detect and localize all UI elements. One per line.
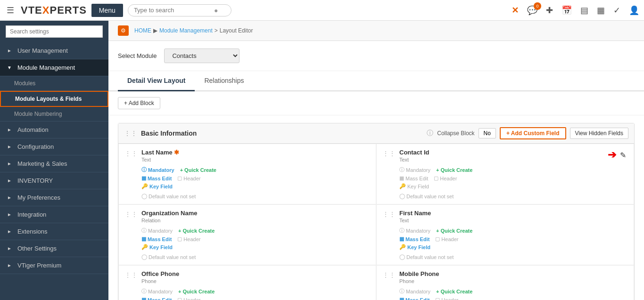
chat-icon[interactable]: 💬 0 (527, 5, 537, 16)
mass-edit-icon: ▦ (399, 297, 404, 300)
field-drag-handle[interactable]: ⋮⋮ (382, 270, 396, 279)
field-name-label: Office Phone (141, 270, 370, 277)
block-drag-handle[interactable]: ⋮⋮ (124, 130, 137, 137)
field-info-first-name: First Name Text ⓘ Mandatory + Quick Crea… (399, 210, 628, 260)
field-default-value: ◯ Default value not set (399, 254, 628, 260)
mass-edit-option[interactable]: ▦ Mass Edit (141, 175, 172, 181)
quick-create-option[interactable]: + Quick Create (178, 289, 215, 294)
field-option-row3: 🔑 Key Field (399, 244, 628, 250)
basic-info-block: ⋮⋮ Basic Information ⓘ Collapse Block No… (118, 123, 635, 300)
field-drag-handle[interactable]: ⋮⋮ (382, 210, 396, 218)
breadcrumb-module-management[interactable]: Module Management (159, 27, 213, 34)
block-header: ⋮⋮ Basic Information ⓘ Collapse Block No… (118, 123, 634, 144)
quick-create-option[interactable]: + Quick Create (180, 167, 216, 173)
key-field-option[interactable]: 🔑 Key Field (141, 244, 173, 250)
header-option[interactable]: ▢ Header (435, 297, 458, 300)
sidebar-item-module-management[interactable]: ▼ Module Management (0, 59, 108, 76)
sidebar-item-my-preferences[interactable]: ► My Preferences (0, 189, 108, 206)
mandatory-option[interactable]: ⓘ Mandatory (141, 288, 173, 295)
sidebar-item-other-settings[interactable]: ► Other Settings (0, 240, 108, 257)
edit-field-button[interactable]: ✎ (618, 150, 628, 161)
arrow-right-icon: ► (7, 127, 12, 132)
header-icon: ▢ (177, 297, 182, 300)
mass-edit-option[interactable]: ▦ Mass Edit (399, 175, 428, 181)
info-circle-icon: ⓘ (399, 166, 405, 173)
hamburger-button[interactable]: ☰ (5, 3, 16, 17)
mass-edit-option[interactable]: ▦ Mass Edit (399, 297, 429, 300)
header-option[interactable]: ▢ Header (434, 175, 457, 181)
quick-create-option[interactable]: + Quick Create (436, 167, 472, 173)
quick-create-option[interactable]: + Quick Create (436, 228, 472, 234)
tab-relationships[interactable]: Relationships (195, 71, 253, 91)
sidebar-search-input[interactable] (6, 25, 103, 38)
mandatory-option[interactable]: ⓘ Mandatory (141, 227, 173, 234)
calendar-icon[interactable]: 📅 (561, 5, 572, 16)
header-option[interactable]: ▢ Header (435, 236, 458, 242)
sidebar-item-marketing-sales[interactable]: ► Marketing & Sales (0, 155, 108, 172)
sidebar-item-integration[interactable]: ► Integration (0, 206, 108, 223)
key-field-option[interactable]: 🔑 Key Field (399, 244, 430, 250)
add-icon[interactable]: ✚ (546, 5, 553, 16)
field-drag-handle[interactable]: ⋮⋮ (124, 270, 138, 279)
tab-detail-view-layout[interactable]: Detail View Layout (118, 71, 195, 91)
mass-edit-icon: ▦ (141, 236, 146, 242)
field-cell-last-name: ⋮⋮ Last Name ✱ Text ⓘ Mandatory (118, 144, 376, 204)
mass-edit-icon: ▦ (141, 175, 146, 181)
field-option-row1: ⓘ Mandatory + Quick Create (141, 288, 370, 295)
sidebar-item-configuration[interactable]: ► Configuration (0, 138, 108, 155)
header-icon: ▢ (177, 236, 182, 242)
breadcrumb-home[interactable]: HOME (134, 27, 151, 34)
collapse-toggle-button[interactable]: No (479, 128, 496, 138)
line-chart-icon[interactable]: ▦ (597, 5, 605, 16)
add-block-button[interactable]: + Add Block (118, 97, 160, 109)
tabs-container: Detail View Layout Relationships (108, 71, 644, 91)
field-options: ⓘ Mandatory + Quick Create ▦ M (399, 166, 604, 199)
mass-edit-option[interactable]: ▦ Mass Edit (141, 297, 172, 300)
sidebar-item-automation[interactable]: ► Automation (0, 122, 108, 138)
sidebar-item-vtiger-premium[interactable]: ► VTiger Premium (0, 257, 108, 274)
info-circle-icon: ⓘ (399, 288, 405, 295)
sidebar-item-extensions[interactable]: ► Extensions (0, 223, 108, 240)
field-default-value: ◯ Default value not set (141, 193, 370, 199)
sidebar-subitem-modules[interactable]: Modules (0, 76, 108, 91)
field-drag-handle[interactable]: ⋮⋮ (124, 149, 138, 157)
header-option[interactable]: ▢ Header (177, 297, 200, 300)
chat-badge: 0 (534, 2, 541, 10)
module-select-row: Select Module Contacts (108, 41, 644, 71)
field-drag-handle[interactable]: ⋮⋮ (124, 210, 138, 218)
sidebar-subitem-module-layouts[interactable]: Module Layouts & Fields (0, 91, 108, 107)
mandatory-option[interactable]: ⓘ Mandatory (399, 227, 430, 234)
quick-create-option[interactable]: + Quick Create (436, 289, 472, 294)
quick-create-option[interactable]: + Quick Create (178, 228, 215, 234)
default-icon: ◯ (399, 254, 405, 260)
field-options: ⓘ Mandatory + Quick Create ▦ M (141, 227, 370, 260)
field-info-org-name: Organization Name Relation ⓘ Mandatory +… (141, 210, 370, 260)
mass-edit-option[interactable]: ▦ Mass Edit (399, 236, 429, 242)
mandatory-option[interactable]: ⓘ Mandatory (141, 166, 174, 173)
mandatory-option[interactable]: ⓘ Mandatory (399, 166, 430, 173)
select-module-dropdown[interactable]: Contacts (164, 49, 239, 63)
key-field-option[interactable]: 🔑 Key Field (141, 183, 173, 189)
header-option[interactable]: ▢ Header (177, 236, 200, 242)
fields-grid: ⋮⋮ Last Name ✱ Text ⓘ Mandatory (118, 144, 634, 300)
header-option[interactable]: ▢ Header (177, 175, 200, 181)
view-hidden-fields-button[interactable]: View Hidden Fields (570, 128, 629, 139)
sidebar-item-user-management[interactable]: ► User Management (0, 42, 108, 59)
sidebar-item-label: Configuration (17, 143, 54, 150)
sidebar-subitem-module-numbering[interactable]: Module Numbering (0, 107, 108, 122)
bar-chart-icon[interactable]: ▤ (580, 5, 588, 16)
search-input[interactable] (134, 7, 214, 14)
top-nav-right: ✕ 💬 0 ✚ 📅 ▤ ▦ ✓ 👤 (512, 5, 639, 16)
checkmark-icon[interactable]: ✓ (613, 5, 620, 16)
main-layout: ► User Management ▼ Module Management Mo… (0, 21, 644, 300)
mandatory-option[interactable]: ⓘ Mandatory (399, 288, 430, 295)
add-custom-field-button[interactable]: + Add Custom Field (500, 127, 566, 139)
sidebar-item-inventory[interactable]: ► INVENTORY (0, 172, 108, 189)
settings-gear-icon[interactable]: ⚙ (118, 25, 129, 36)
mass-edit-option[interactable]: ▦ Mass Edit (141, 236, 172, 242)
user-icon[interactable]: 👤 (629, 5, 639, 16)
vtiger-icon[interactable]: ✕ (512, 5, 519, 16)
field-drag-handle[interactable]: ⋮⋮ (382, 149, 396, 157)
menu-button[interactable]: Menu (91, 4, 123, 17)
arrow-right-icon: ► (7, 212, 12, 217)
